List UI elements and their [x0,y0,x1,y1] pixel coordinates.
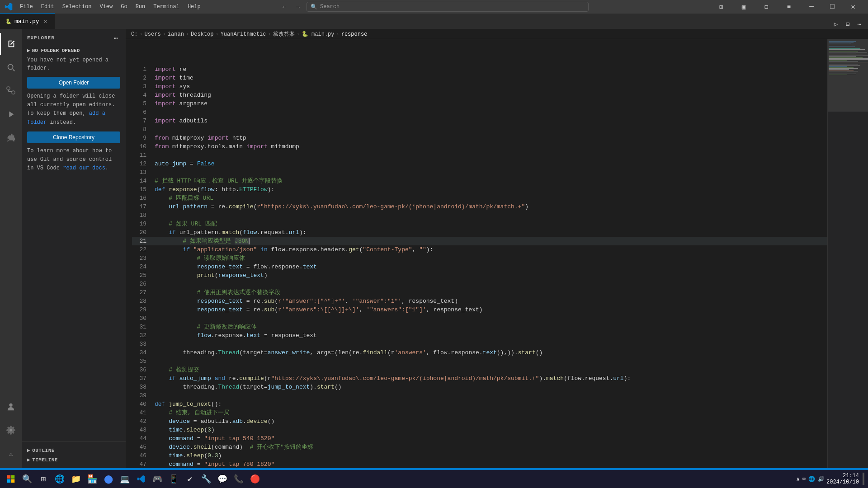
line-content[interactable]: command = "input tap 780 1820" [154,460,827,468]
line-content[interactable]: if auto_jump and re.compile(r"https://xy… [154,374,827,383]
windows-start-button[interactable] [4,472,18,486]
breadcrumb-tamper[interactable]: 篡改答案 [273,30,295,38]
menu-view[interactable]: View [96,2,116,11]
line-content[interactable] [154,211,827,220]
editor-content[interactable]: 1import re2import time3import sys4import… [126,39,868,468]
line-content[interactable]: url_pattern = re.compile(r"https://xyks\… [154,202,827,211]
taskbar-search[interactable]: 🔍 [20,472,34,486]
line-content[interactable]: # 拦截 HTTP 响应，检查 URL 并逐个字段替换 [154,177,827,185]
line-content[interactable]: device = adbutils.adb.device() [154,417,827,426]
menu-help[interactable]: Help [184,2,204,11]
line-content[interactable]: time.sleep(3) [154,426,827,434]
layout-icon[interactable]: ▣ [733,0,754,14]
back-button[interactable]: ← [279,2,289,12]
tray-chevron-icon[interactable]: ∧ [797,476,800,483]
line-content[interactable]: from mitmproxy.tools.main import mitmdum… [154,142,827,151]
taskbar-chrome[interactable]: ⬤ [101,472,116,486]
line-content[interactable]: def jump_to_next(): [154,400,827,408]
line-content[interactable] [154,357,827,366]
menu-terminal[interactable]: Terminal [150,2,183,11]
line-content[interactable] [154,340,827,348]
line-content[interactable]: command = "input tap 540 1520" [154,434,827,443]
system-clock[interactable]: 21:14 2024/10/10 [826,473,859,485]
line-content[interactable]: # 读取原始响应体 [154,254,827,263]
menu-run[interactable]: Run [132,2,149,11]
line-content[interactable]: print(response_text) [154,271,827,280]
network-icon[interactable]: 🌐 [808,476,815,483]
activity-settings[interactable] [0,419,22,441]
breadcrumb-response[interactable]: response [341,31,368,38]
taskbar-edge[interactable]: 🌐 [52,472,67,486]
line-content[interactable]: # 使用正则表达式逐个替换字段 [154,288,827,297]
activity-extensions[interactable] [0,127,22,149]
activity-explorer[interactable] [0,33,22,55]
outline-panel-header[interactable]: ▶ OUTLINE [27,446,120,455]
read-docs-link[interactable]: read our docs [63,165,105,171]
line-content[interactable]: response_text = re.sub(r'"answer":["^"]+… [154,297,827,305]
line-content[interactable]: import time [154,74,827,82]
open-folder-button[interactable]: Open Folder [27,77,120,89]
line-content[interactable] [154,125,827,134]
line-content[interactable]: import argparse [154,99,827,108]
line-content[interactable] [154,314,827,323]
clone-repo-button[interactable]: Clone Repository [27,131,120,143]
line-content[interactable]: threading.Thread(target=answer_write, ar… [154,348,827,357]
line-content[interactable]: response_text = flow.response.text [154,263,827,271]
timeline-panel-header[interactable]: ▶ TIMELINE [27,455,120,465]
line-content[interactable] [154,108,827,117]
taskbar-app2[interactable]: 🎮 [150,472,165,486]
taskbar-app3[interactable]: 📱 [166,472,181,486]
taskbar-store[interactable]: 🏪 [85,472,99,486]
line-content[interactable]: from mitmproxy import http [154,134,827,142]
taskbar-taskview[interactable]: ⊞ [36,472,51,486]
activity-source-control[interactable] [0,80,22,102]
line-content[interactable]: response_text = re.sub(r'"answers":\[[^\… [154,305,827,314]
run-button[interactable]: ▷ [831,19,841,29]
breadcrumb-ianan[interactable]: ianan [168,31,184,38]
breadcrumb-yuanarithmetic[interactable]: YuanArithmetic [221,31,266,38]
activity-run-debug[interactable] [0,103,22,125]
line-content[interactable]: # 匹配目标 URL [154,194,827,202]
keyboard-icon[interactable]: ⌨ [802,476,806,483]
line-content[interactable]: device.shell(command) # 开心收下"按钮的坐标 [154,443,827,451]
activity-accounts[interactable] [0,396,22,418]
line-content[interactable] [154,391,827,400]
maximize-button[interactable]: □ [822,0,843,14]
line-content[interactable]: # 更新修改后的响应体 [154,323,827,331]
show-desktop-button[interactable] [863,473,864,485]
breadcrumb-users[interactable]: Users [145,31,161,38]
menu-file[interactable]: File [16,2,37,11]
taskbar-explorer[interactable]: 📁 [69,472,83,486]
line-content[interactable]: flow.response.text = response_text [154,331,827,340]
taskbar-app6[interactable]: 💬 [215,472,230,486]
tab-close-button[interactable]: ✕ [42,18,49,25]
line-content[interactable]: # 如果响应类型是 JSON [154,237,827,245]
line-content[interactable]: import sys [154,82,827,91]
taskbar-app1[interactable]: 💻 [118,472,132,486]
split-icon[interactable]: ⊟ [756,0,777,14]
line-content[interactable]: def response(flow: http.HTTPFlow): [154,185,827,194]
menu-go[interactable]: Go [117,2,131,11]
line-content[interactable]: # 如果 URL 匹配 [154,220,827,228]
line-content[interactable]: auto_jump = False [154,160,827,168]
line-content[interactable] [154,151,827,160]
code-editor[interactable]: 1import re2import time3import sys4import… [126,39,827,468]
line-content[interactable] [154,280,827,288]
split-editor-button[interactable]: ⊟ [843,19,853,29]
menu-edit[interactable]: Edit [38,2,58,11]
remote-icon[interactable]: ⊞ [711,0,731,14]
minimize-button[interactable]: ─ [801,0,822,14]
line-content[interactable]: import threading [154,91,827,99]
line-content[interactable]: import re [154,65,827,74]
breadcrumb-c[interactable]: C: [131,31,137,38]
line-content[interactable]: # 结束, 自动进下一局 [154,408,827,417]
line-content[interactable]: threading.Thread(target=jump_to_next).st… [154,383,827,391]
taskbar-vscode[interactable] [134,472,148,486]
taskbar-app5[interactable]: 🔧 [199,472,213,486]
global-search-box[interactable]: 🔍 Search [307,2,589,12]
new-file-button[interactable]: ⋯ [112,34,120,42]
activity-search[interactable] [0,56,22,78]
breadcrumb-desktop[interactable]: Desktop [191,31,213,38]
volume-icon[interactable]: 🔊 [818,476,825,483]
more-icon[interactable]: ≡ [778,0,799,14]
